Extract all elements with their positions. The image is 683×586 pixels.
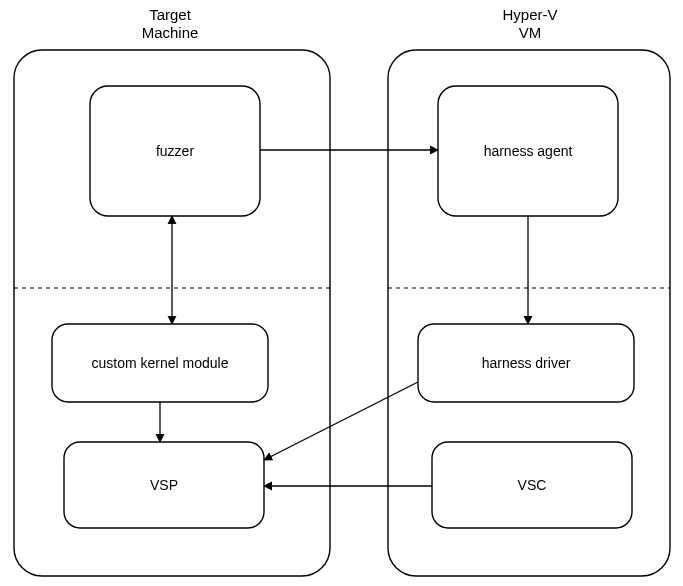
harness-driver-label: harness driver	[482, 355, 571, 371]
fuzzer-label: fuzzer	[156, 143, 194, 159]
kernel-module-label: custom kernel module	[92, 355, 229, 371]
harness-agent-label: harness agent	[484, 143, 573, 159]
target-machine-title-1: Target	[149, 6, 192, 23]
hyperv-container	[388, 50, 670, 576]
hyperv-vm-title-1: Hyper-V	[502, 6, 557, 23]
vsc-label: VSC	[518, 477, 547, 493]
architecture-diagram: Target Machine Hyper-V VM fuzzer custom …	[0, 0, 683, 586]
edge-harness-driver-to-vsp	[264, 382, 418, 460]
vsp-label: VSP	[150, 477, 178, 493]
hyperv-vm-title-2: VM	[519, 24, 542, 41]
target-machine-title-2: Machine	[142, 24, 199, 41]
